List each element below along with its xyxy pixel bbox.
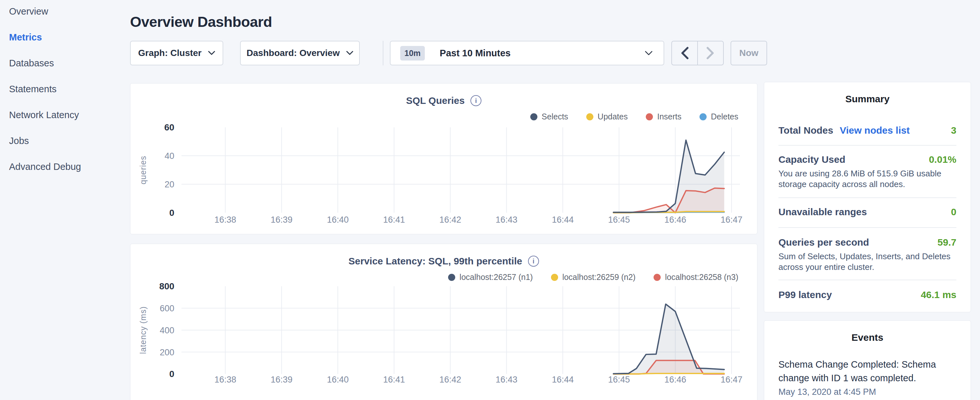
next-time-window-button[interactable] [698, 41, 723, 65]
chevron-down-icon [645, 51, 652, 56]
svg-text:0: 0 [169, 208, 174, 218]
graph-dropdown[interactable]: Graph: Cluster [130, 41, 223, 65]
svg-text:latency (ms): latency (ms) [138, 306, 148, 354]
sidebar-item-advanced-debug[interactable]: Advanced Debug [9, 162, 81, 172]
total-nodes-label: Total Nodes [778, 125, 833, 136]
svg-text:16:45: 16:45 [608, 375, 630, 384]
sidebar: Overview Metrics Databases Statements Ne… [9, 6, 81, 172]
sidebar-item-metrics[interactable]: Metrics [9, 32, 81, 42]
prev-time-window-button[interactable] [672, 41, 698, 65]
svg-text:400: 400 [160, 325, 174, 335]
time-window-badge: 10m [400, 46, 425, 61]
svg-text:16:44: 16:44 [552, 375, 574, 384]
dashboard-dropdown[interactable]: Dashboard: Overview [240, 41, 360, 65]
sql-queries-chart: 16:3816:3916:4016:4116:4216:4316:4416:45… [130, 83, 757, 234]
summary-row-total-nodes: Total Nodes View nodes list 3 [778, 125, 956, 136]
svg-text:16:47: 16:47 [721, 215, 742, 225]
chevron-left-icon [680, 46, 689, 59]
capacity-used-value: 0.01% [929, 154, 956, 165]
page-title: Overview Dashboard [130, 14, 272, 30]
time-window-label: Past 10 Minutes [440, 48, 511, 59]
divider [778, 145, 956, 146]
svg-text:16:39: 16:39 [271, 215, 293, 225]
total-nodes-value: 3 [951, 125, 956, 136]
time-window-dropdown[interactable]: 10m Past 10 Minutes [390, 41, 664, 65]
svg-text:16:38: 16:38 [215, 215, 236, 225]
events-title: Events [778, 332, 956, 343]
summary-row-qps: Queries per second 59.7 [778, 237, 956, 248]
p99-latency-label: P99 latency [778, 289, 832, 300]
toolbar-divider [383, 41, 383, 65]
svg-text:16:42: 16:42 [439, 215, 461, 225]
chevron-down-icon [208, 51, 215, 55]
sidebar-item-overview[interactable]: Overview [9, 6, 81, 16]
dashboard-dropdown-label: Dashboard: Overview [247, 48, 340, 58]
summary-title: Summary [778, 93, 956, 105]
chevron-right-icon [706, 46, 715, 59]
svg-text:800: 800 [159, 281, 174, 291]
svg-text:16:41: 16:41 [383, 375, 405, 384]
svg-text:16:41: 16:41 [383, 215, 405, 225]
svg-text:16:42: 16:42 [439, 375, 461, 384]
view-nodes-list-link[interactable]: View nodes list [840, 125, 910, 136]
event-timestamp: May 13, 2020 at 4:45 PM [778, 386, 956, 398]
divider [778, 227, 956, 228]
unavailable-ranges-value: 0 [951, 207, 956, 217]
svg-text:16:44: 16:44 [552, 215, 574, 225]
divider [778, 280, 956, 280]
svg-text:20: 20 [165, 180, 174, 189]
p99-latency-value: 46.1 ms [921, 289, 956, 300]
graph-dropdown-label: Graph: Cluster [138, 48, 202, 58]
service-latency-chart-card: Service Latency: SQL, 99th percentile i … [130, 244, 757, 400]
svg-text:16:43: 16:43 [496, 215, 517, 225]
summary-panel: Summary Total Nodes View nodes list 3 Ca… [764, 82, 971, 312]
summary-row-capacity: Capacity Used 0.01% [778, 154, 956, 165]
now-button-label: Now [739, 48, 758, 58]
service-latency-chart: 16:3816:3916:4016:4116:4216:4316:4416:45… [130, 244, 757, 400]
unavailable-ranges-label: Unavailable ranges [778, 207, 867, 217]
svg-text:16:40: 16:40 [327, 375, 348, 384]
svg-text:16:39: 16:39 [271, 375, 293, 384]
capacity-used-description: You are using 28.6 MiB of 515.9 GiB usab… [778, 168, 956, 190]
svg-text:16:46: 16:46 [664, 375, 686, 384]
summary-row-unavailable-ranges: Unavailable ranges 0 [778, 207, 956, 217]
chevron-down-icon [346, 51, 353, 55]
qps-value: 59.7 [938, 237, 956, 248]
sidebar-item-jobs[interactable]: Jobs [9, 136, 81, 146]
svg-text:16:45: 16:45 [608, 215, 630, 225]
sidebar-item-statements[interactable]: Statements [9, 84, 81, 94]
svg-text:16:40: 16:40 [327, 215, 348, 225]
sidebar-item-network-latency[interactable]: Network Latency [9, 110, 81, 120]
svg-text:60: 60 [164, 122, 174, 132]
svg-text:16:47: 16:47 [721, 375, 742, 384]
qps-description: Sum of Selects, Updates, Inserts, and De… [778, 251, 956, 273]
capacity-used-label: Capacity Used [778, 154, 845, 165]
summary-row-p99: P99 latency 46.1 ms [778, 289, 956, 300]
sidebar-item-databases[interactable]: Databases [9, 58, 81, 68]
svg-text:40: 40 [165, 151, 174, 161]
now-button[interactable]: Now [730, 41, 767, 65]
event-item[interactable]: Schema Change Completed: Schema change w… [778, 358, 956, 385]
divider [778, 198, 956, 198]
svg-text:600: 600 [160, 304, 174, 313]
svg-text:200: 200 [160, 347, 174, 357]
svg-text:16:46: 16:46 [664, 215, 686, 225]
time-window-arrows [671, 41, 724, 65]
sql-queries-chart-card: SQL Queries i SelectsUpdatesInsertsDelet… [130, 83, 757, 234]
svg-text:16:38: 16:38 [215, 375, 236, 384]
svg-text:queries: queries [138, 156, 148, 185]
svg-text:0: 0 [169, 369, 174, 379]
qps-label: Queries per second [778, 237, 869, 248]
svg-text:16:43: 16:43 [496, 375, 517, 384]
events-panel: Events Schema Change Completed: Schema c… [764, 320, 971, 400]
